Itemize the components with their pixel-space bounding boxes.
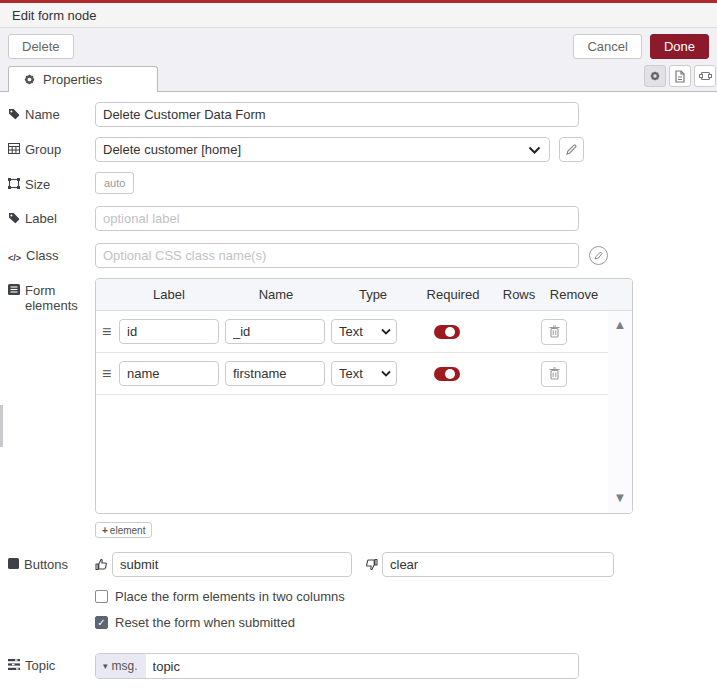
tag-icon [8, 108, 20, 120]
column-header-type: Type [359, 287, 387, 302]
element-type-select[interactable]: Text [331, 319, 397, 344]
scroll-up-icon[interactable]: ▲ [614, 317, 627, 332]
name-field-label: Name [25, 107, 60, 122]
tag-icon [8, 212, 20, 224]
options-block: Place the form elements in two columns ✓… [8, 589, 717, 641]
chevron-down-icon [528, 146, 541, 154]
description-panel-button[interactable] [669, 65, 691, 87]
column-header-label: Label [153, 287, 185, 302]
group-select[interactable]: Delete customer [home] [95, 137, 550, 162]
topic-input[interactable] [146, 654, 578, 678]
appearance-panel-button[interactable] [694, 65, 716, 87]
remove-element-button[interactable] [541, 319, 567, 345]
toggle-knob [445, 327, 455, 337]
class-field-label: Class [26, 248, 59, 263]
option-reset-form: ✓ Reset the form when submitted [95, 615, 717, 630]
edit-group-button[interactable] [559, 137, 584, 162]
label-field-label: Label [25, 211, 57, 226]
field-row-label: Label [8, 206, 717, 231]
delete-button[interactable]: Delete [8, 34, 74, 59]
reset-form-checkbox[interactable]: ✓ [95, 616, 108, 629]
field-row-size: Size auto [8, 172, 717, 194]
tab-icon-group [644, 65, 716, 87]
thumbs-up-icon [95, 558, 108, 571]
tab-properties-label: Properties [43, 72, 102, 87]
square-icon [8, 558, 19, 569]
properties-form: Name Group Delete customer [home] [0, 92, 717, 679]
done-button[interactable]: Done [650, 34, 709, 59]
size-button[interactable]: auto [95, 172, 134, 194]
add-element-button[interactable]: + element [95, 522, 152, 538]
class-input[interactable] [95, 243, 579, 268]
cancel-button[interactable]: Cancel [573, 34, 641, 59]
field-row-class: </> Class [8, 243, 717, 268]
thumbs-down-icon [365, 558, 378, 571]
two-columns-label: Place the form elements in two columns [115, 589, 345, 604]
chevron-down-icon [381, 370, 391, 377]
tab-bar: Properties [0, 65, 717, 92]
field-row-group: Group Delete customer [home] [8, 137, 717, 162]
field-row-form-elements: Form elements Label Name Type Required R… [8, 278, 717, 538]
element-name-input[interactable] [225, 361, 325, 386]
remove-element-button[interactable] [541, 361, 567, 387]
dialog-header: Edit form node [0, 3, 717, 28]
clear-button-input[interactable] [382, 552, 614, 577]
dialog-toolbar: Delete Cancel Done [0, 28, 717, 65]
code-icon: </> [8, 251, 21, 266]
size-field-label: Size [25, 177, 50, 192]
list-scrollbar[interactable]: ▲ ▼ [608, 311, 632, 513]
dialog-title: Edit form node [12, 8, 97, 23]
toggle-knob [445, 369, 455, 379]
required-toggle[interactable] [434, 367, 460, 381]
gear-icon [649, 70, 661, 82]
form-elements-field-label: Form elements [25, 283, 78, 313]
form-elements-header: Label Name Type Required Rows Remove [96, 279, 632, 311]
gear-icon [23, 73, 36, 86]
reset-form-label: Reset the form when submitted [115, 615, 295, 630]
two-columns-checkbox[interactable] [95, 590, 108, 603]
class-style-picker-button[interactable] [589, 246, 608, 265]
group-field-label: Group [25, 142, 61, 157]
add-element-label: element [110, 525, 146, 536]
plus-icon: + [102, 525, 108, 536]
trash-icon [549, 325, 560, 338]
topic-typed-input: ▾ msg. [95, 653, 579, 679]
column-header-remove: Remove [550, 287, 598, 302]
buttons-field-label: Buttons [24, 557, 68, 572]
field-row-name: Name [8, 102, 717, 127]
column-header-rows: Rows [503, 287, 536, 302]
element-name-input[interactable] [225, 319, 325, 344]
tab-properties[interactable]: Properties [8, 66, 158, 92]
form-elements-body: ≡ Text [96, 311, 632, 513]
properties-panel-button[interactable] [644, 65, 666, 87]
check-icon: ✓ [97, 618, 105, 628]
element-type-select[interactable]: Text [331, 361, 397, 386]
name-input[interactable] [95, 102, 579, 127]
submit-button-input[interactable] [112, 552, 352, 577]
document-icon [674, 70, 686, 83]
topic-type-select[interactable]: ▾ msg. [96, 654, 146, 678]
style-edit-icon [594, 251, 603, 260]
element-row: ≡ Text [96, 311, 608, 353]
field-row-buttons: Buttons [8, 552, 717, 577]
column-header-required: Required [427, 287, 480, 302]
label-input[interactable] [95, 206, 579, 231]
left-scroll-notch [0, 405, 3, 447]
group-select-value: Delete customer [home] [103, 142, 241, 157]
drag-handle-icon[interactable]: ≡ [102, 323, 114, 341]
scroll-down-icon[interactable]: ▼ [614, 490, 627, 505]
chevron-down-icon [381, 328, 391, 335]
element-label-input[interactable] [119, 361, 219, 386]
option-two-columns: Place the form elements in two columns [95, 589, 717, 604]
drag-handle-icon[interactable]: ≡ [102, 365, 114, 383]
required-toggle[interactable] [434, 325, 460, 339]
form-elements-rows: ≡ Text [96, 311, 608, 513]
object-group-icon [8, 178, 20, 189]
trash-icon [549, 367, 560, 380]
tasks-icon [8, 659, 20, 670]
element-type-value: Text [339, 324, 363, 339]
node-appearance-icon [699, 70, 712, 82]
list-alt-icon [8, 284, 20, 295]
element-label-input[interactable] [119, 319, 219, 344]
column-header-name: Name [259, 287, 294, 302]
